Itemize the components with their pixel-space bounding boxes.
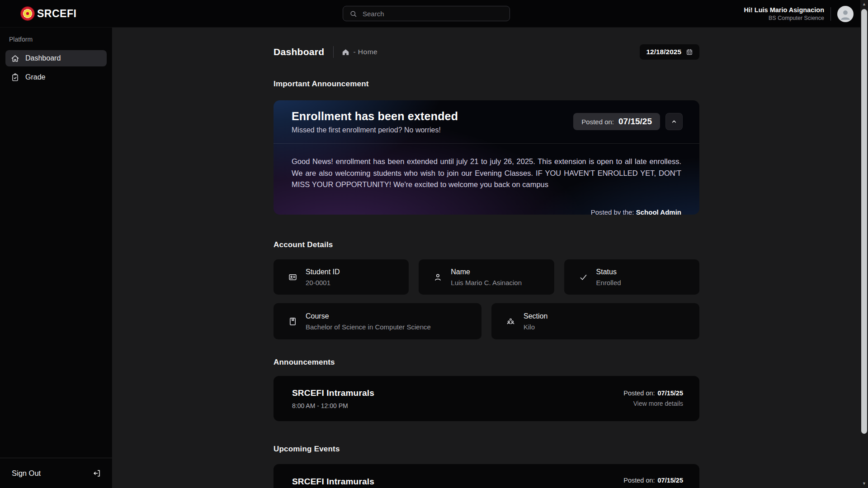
home-icon (342, 48, 349, 56)
book-icon (288, 317, 297, 326)
card-label: Student ID (306, 268, 340, 276)
announcement-subtitle: Missed the first enrollment period? No w… (292, 126, 458, 134)
check-icon (579, 272, 588, 282)
user-icon (433, 272, 443, 282)
user-box: Hi! Luis Mario Asignacion BS Computer Sc… (744, 0, 854, 28)
card-value: Bachelor of Science in Computer Science (306, 323, 431, 331)
card-label: Section (524, 312, 547, 320)
item-title: SRCEFI Intramurals (292, 477, 374, 487)
breadcrumb[interactable]: - Home (353, 48, 377, 56)
top-bar: SRCEFI Search Hi! Luis Mario Asignacion … (0, 0, 868, 28)
card-text: Status Enrolled (596, 268, 621, 286)
posted-on-label: Posted on: (623, 389, 655, 397)
item-right: Posted on:07/15/25 View more details (623, 389, 683, 408)
date-value: 12/18/2025 (646, 48, 681, 56)
home-icon (11, 54, 19, 63)
brand[interactable]: SRCEFI (0, 7, 76, 20)
posted-on-date: 07/15/25 (658, 477, 683, 484)
user-separator (830, 7, 831, 21)
search-icon (349, 10, 357, 18)
item-left: SRCEFI Intramurals 8:00 AM - 12:00 PM (292, 388, 374, 409)
scroll-up-arrow[interactable]: ▲ (860, 0, 868, 8)
course-card: Course Bachelor of Science in Computer S… (274, 303, 481, 339)
item-right: Posted on:07/15/25 View more details (623, 477, 683, 488)
user-info: Hi! Luis Mario Asignacion BS Computer Sc… (744, 6, 824, 21)
card-label: Name (451, 268, 522, 276)
avatar[interactable] (837, 6, 854, 22)
posted-by: Posted by the: School Admin (292, 208, 681, 215)
item-posted: Posted on:07/15/25 (623, 389, 683, 397)
user-greeting: Hi! Luis Mario Asignacion (744, 6, 824, 14)
item-left: SRCEFI Intramurals (292, 477, 374, 487)
user-subtitle: BS Computer Science (744, 15, 824, 21)
posted-on-label: Posted on: (581, 118, 614, 126)
users-icon (506, 317, 515, 326)
sidebar-item-grade[interactable]: Grade (5, 69, 107, 85)
scrollbar[interactable]: ▲ ▼ (860, 0, 868, 488)
header-separator (333, 46, 334, 58)
section-title-announcements: Announcements (274, 358, 699, 367)
card-label: Status (596, 268, 621, 276)
scroll-down-arrow[interactable]: ▼ (860, 480, 868, 487)
student-id-card: Student ID 20-0001 (274, 259, 409, 295)
person-icon (839, 8, 852, 21)
screen: SRCEFI Search Hi! Luis Mario Asignacion … (0, 0, 868, 488)
announcement-title: Enrollment has been extended (292, 110, 458, 123)
announcement-item: SRCEFI Intramurals 8:00 AM - 12:00 PM Po… (274, 376, 699, 421)
upcoming-event-item: SRCEFI Intramurals Posted on:07/15/25 Vi… (274, 464, 699, 488)
sign-out-label: Sign Out (12, 469, 41, 478)
collapse-button[interactable] (665, 113, 683, 130)
posted-on-date: 07/15/25 (658, 389, 683, 397)
card-text: Course Bachelor of Science in Computer S… (306, 312, 431, 331)
chevron-up-icon (670, 118, 678, 125)
card-label: Course (306, 312, 431, 320)
sidebar-items: Dashboard Grade (0, 43, 112, 85)
announcement-text: Good News! enrollment has been extended … (292, 156, 681, 191)
section-title-important-announcement: Important Announcement (274, 80, 699, 89)
sidebar-item-label: Grade (25, 73, 45, 81)
page-title: Dashboard (274, 47, 324, 57)
card-text: Student ID 20-0001 (306, 268, 340, 286)
scrollbar-thumb[interactable] (861, 9, 867, 434)
sidebar: Platform Dashboard Grade Sign Out (0, 28, 113, 488)
posted-on-date: 07/15/25 (618, 117, 652, 127)
brand-name: SRCEFI (37, 8, 76, 20)
card-value: 20-0001 (306, 279, 340, 286)
card-text: Name Luis Mario C. Asinacion (451, 268, 522, 286)
card-text: Section Kilo (524, 312, 547, 331)
clipboard-icon (11, 73, 19, 82)
section-card: Section Kilo (491, 303, 699, 339)
status-card: Status Enrolled (564, 259, 699, 295)
sign-out-button[interactable]: Sign Out (0, 458, 112, 488)
id-card-icon (288, 272, 297, 282)
name-card: Name Luis Mario C. Asinacion (419, 259, 554, 295)
search-input[interactable]: Search (343, 6, 510, 21)
card-value: Kilo (524, 323, 547, 331)
sidebar-item-label: Dashboard (25, 54, 61, 62)
announcement-controls: Posted on: 07/15/25 (573, 113, 683, 130)
card-value: Enrolled (596, 279, 621, 286)
page-header: Dashboard - Home 12/18/2025 (274, 44, 699, 60)
sidebar-item-dashboard[interactable]: Dashboard (5, 50, 107, 66)
announcement-body: Good News! enrollment has been extended … (274, 144, 699, 215)
card-value: Luis Mario C. Asinacion (451, 279, 522, 286)
announcement-header: Enrollment has been extended Missed the … (274, 100, 699, 144)
calendar-icon (686, 48, 693, 56)
item-time: 8:00 AM - 12:00 PM (292, 402, 374, 409)
posted-by-label: Posted by the: (591, 208, 634, 215)
search-placeholder: Search (363, 10, 384, 18)
item-title: SRCEFI Intramurals (292, 388, 374, 398)
section-title-account-details: Account Details (274, 240, 699, 249)
date-button[interactable]: 12/18/2025 (640, 44, 699, 60)
posted-on-pill: Posted on: 07/15/25 (573, 113, 660, 130)
view-more-details-link[interactable]: View more details (633, 400, 683, 407)
school-logo-icon (21, 7, 34, 20)
announcement-heading-block: Enrollment has been extended Missed the … (292, 110, 458, 134)
sidebar-section-label: Platform (0, 28, 112, 43)
logout-icon (93, 469, 101, 478)
main-content: Dashboard - Home 12/18/2025 Important An… (113, 28, 860, 488)
account-cards-row-1: Student ID 20-0001 Name Luis Mario C. As… (274, 259, 699, 295)
posted-by-name: School Admin (636, 208, 681, 215)
important-announcement-card: Enrollment has been extended Missed the … (274, 100, 699, 215)
item-posted: Posted on:07/15/25 (623, 477, 683, 484)
